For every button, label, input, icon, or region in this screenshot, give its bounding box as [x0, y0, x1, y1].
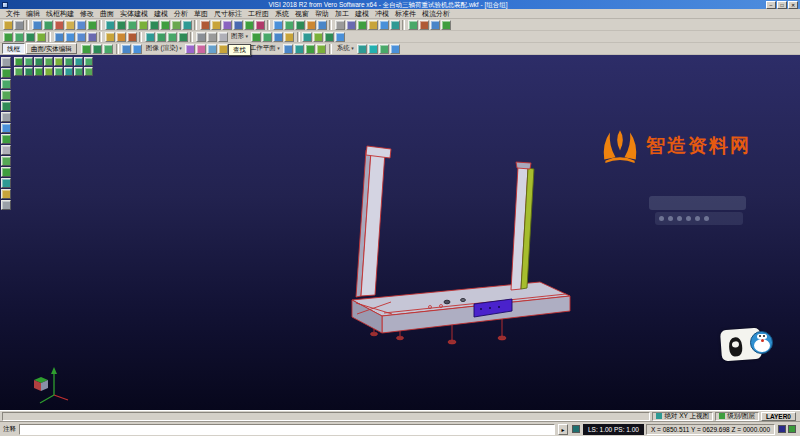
active-color-indicator[interactable]: [572, 425, 580, 433]
tool-icon[interactable]: [441, 20, 451, 30]
model-canvas[interactable]: [0, 55, 800, 410]
tool-icon[interactable]: [251, 32, 261, 42]
tool-icon[interactable]: [14, 20, 24, 30]
tool-icon[interactable]: [76, 20, 86, 30]
tool-icon[interactable]: [121, 44, 131, 54]
tool-icon[interactable]: [116, 20, 126, 30]
tool-icon[interactable]: [379, 44, 389, 54]
tool-icon[interactable]: [218, 44, 228, 54]
tool-icon[interactable]: [324, 32, 334, 42]
tool-icon[interactable]: [178, 32, 188, 42]
tool-icon[interactable]: [3, 20, 13, 30]
tool-icon[interactable]: [262, 32, 272, 42]
status-swatch-green[interactable]: [788, 425, 796, 433]
menu-item[interactable]: 标准件: [392, 9, 419, 19]
tool-icon[interactable]: [127, 32, 137, 42]
tool-icon[interactable]: [200, 20, 210, 30]
tool-icon[interactable]: [92, 44, 102, 54]
tool-icon[interactable]: [255, 20, 265, 30]
tool-icon[interactable]: [14, 32, 24, 42]
menu-item[interactable]: 加工: [332, 9, 352, 19]
note-expand-button[interactable]: ▸: [558, 424, 568, 435]
tool-icon[interactable]: [368, 20, 378, 30]
tool-icon[interactable]: [207, 44, 217, 54]
tool-icon[interactable]: [43, 20, 53, 30]
tool-icon[interactable]: [379, 20, 389, 30]
tool-icon[interactable]: [368, 44, 378, 54]
tool-icon[interactable]: [149, 20, 159, 30]
tool-icon[interactable]: [87, 20, 97, 30]
tool-icon[interactable]: [273, 32, 283, 42]
tool-icon[interactable]: [357, 44, 367, 54]
tool-icon[interactable]: [160, 20, 170, 30]
menu-item[interactable]: 帮助: [312, 9, 332, 19]
toolbar-group-label[interactable]: 系统: [334, 44, 357, 53]
tool-icon[interactable]: [185, 44, 195, 54]
layer-group-segment[interactable]: 级别/图层: [715, 412, 759, 421]
menu-item[interactable]: 线框构建: [43, 9, 77, 19]
tool-icon[interactable]: [105, 20, 115, 30]
menu-item[interactable]: 草图: [191, 9, 211, 19]
find-tooltip[interactable]: 查找: [228, 44, 251, 56]
toolbar-group-label[interactable]: 图形: [228, 32, 251, 41]
tool-icon[interactable]: [273, 20, 283, 30]
tool-icon[interactable]: [167, 32, 177, 42]
menu-item[interactable]: 视窗: [292, 9, 312, 19]
tool-icon[interactable]: [196, 32, 206, 42]
tool-icon[interactable]: [138, 20, 148, 30]
tool-icon[interactable]: [25, 32, 35, 42]
tool-icon[interactable]: [335, 32, 345, 42]
menu-item[interactable]: 编辑: [23, 9, 43, 19]
tab-surface-solid-edit[interactable]: 曲面/实体编辑: [26, 43, 77, 54]
maximize-button[interactable]: □: [777, 1, 787, 9]
toolbar-group-label[interactable]: 工作平面: [247, 44, 283, 53]
tool-icon[interactable]: [207, 32, 217, 42]
tool-icon[interactable]: [294, 44, 304, 54]
menu-item[interactable]: 文件: [3, 9, 23, 19]
tool-icon[interactable]: [127, 20, 137, 30]
menu-item[interactable]: 分析: [171, 9, 191, 19]
tool-icon[interactable]: [284, 20, 294, 30]
tool-icon[interactable]: [408, 20, 418, 30]
tool-icon[interactable]: [430, 20, 440, 30]
menu-item[interactable]: 冲模: [372, 9, 392, 19]
tool-icon[interactable]: [182, 20, 192, 30]
tool-icon[interactable]: [244, 20, 254, 30]
menu-item[interactable]: 修改: [77, 9, 97, 19]
tool-icon[interactable]: [65, 20, 75, 30]
close-button[interactable]: ✕: [788, 1, 798, 9]
toolbar-group-label[interactable]: 图像 (渲染): [143, 44, 185, 53]
tool-icon[interactable]: [306, 20, 316, 30]
tool-icon[interactable]: [32, 20, 42, 30]
menu-item[interactable]: 实体建模: [117, 9, 151, 19]
tool-icon[interactable]: [316, 44, 326, 54]
tool-icon[interactable]: [335, 20, 345, 30]
tool-icon[interactable]: [145, 32, 155, 42]
note-input[interactable]: [19, 424, 555, 435]
prompt-area[interactable]: [2, 412, 650, 421]
tool-icon[interactable]: [103, 44, 113, 54]
tool-icon[interactable]: [171, 20, 181, 30]
tool-icon[interactable]: [105, 32, 115, 42]
tool-icon[interactable]: [218, 32, 228, 42]
tool-icon[interactable]: [419, 20, 429, 30]
menu-item[interactable]: 系统: [272, 9, 292, 19]
tool-icon[interactable]: [390, 44, 400, 54]
menu-item[interactable]: 曲面: [97, 9, 117, 19]
tool-icon[interactable]: [65, 32, 75, 42]
tool-icon[interactable]: [284, 32, 294, 42]
menu-item[interactable]: 工程图: [245, 9, 272, 19]
tool-icon[interactable]: [357, 20, 367, 30]
tool-icon[interactable]: [156, 32, 166, 42]
tool-icon[interactable]: [222, 20, 232, 30]
layer-selector[interactable]: LAYER0: [761, 412, 796, 421]
menu-item[interactable]: 尺寸标注: [211, 9, 245, 19]
tool-icon[interactable]: [132, 44, 142, 54]
tool-icon[interactable]: [313, 32, 323, 42]
tab-wireframe[interactable]: 线框: [2, 43, 25, 54]
view-mode-segment[interactable]: 绝对 XY 上视图: [652, 412, 713, 421]
minimize-button[interactable]: –: [766, 1, 776, 9]
tool-icon[interactable]: [54, 32, 64, 42]
tool-icon[interactable]: [305, 44, 315, 54]
tool-icon[interactable]: [346, 20, 356, 30]
